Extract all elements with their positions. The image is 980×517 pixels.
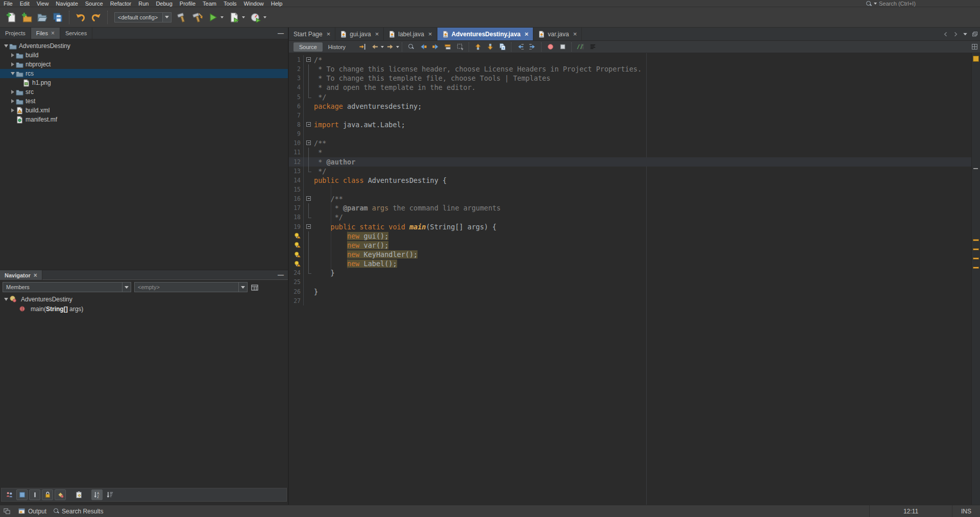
clipboard-diff-icon[interactable] bbox=[73, 489, 84, 500]
warning-bulb-gutter[interactable] bbox=[289, 241, 304, 250]
code-line[interactable]: 2 * To change this license header, choos… bbox=[289, 64, 980, 74]
tab-navigator[interactable]: Navigator × bbox=[0, 270, 42, 280]
editor-tab-var-java[interactable]: var.java× bbox=[533, 28, 582, 40]
debug-dropdown-icon[interactable] bbox=[242, 16, 245, 18]
fold-rail[interactable] bbox=[304, 194, 314, 203]
undo-button[interactable] bbox=[74, 10, 88, 25]
error-stripe[interactable] bbox=[971, 53, 980, 505]
scroll-tabs-left-icon[interactable] bbox=[943, 31, 949, 37]
search-placeholder[interactable]: Search (Ctrl+I) bbox=[879, 1, 976, 7]
menu-tools[interactable]: Tools bbox=[220, 0, 240, 7]
expanded-arrow-icon[interactable] bbox=[4, 298, 8, 301]
last-edit-button[interactable] bbox=[356, 42, 369, 52]
fold-collapse-icon[interactable] bbox=[306, 196, 311, 201]
dock-icon[interactable] bbox=[3, 507, 11, 515]
warning-bulb-gutter[interactable] bbox=[289, 259, 304, 268]
tree-item-rcs[interactable]: rcs bbox=[0, 69, 288, 78]
fold-collapse-icon[interactable] bbox=[306, 122, 311, 127]
line-number[interactable]: 10 bbox=[289, 138, 304, 148]
tree-item-build-xml[interactable]: build.xml bbox=[0, 106, 288, 115]
shift-left-button[interactable] bbox=[514, 42, 526, 52]
uncomment-button[interactable] bbox=[586, 42, 599, 52]
editor-tab-gui-java[interactable]: gui.java× bbox=[335, 28, 384, 40]
menu-navigate[interactable]: Navigate bbox=[52, 0, 81, 7]
code-line[interactable]: 19 public static void main(String[] args… bbox=[289, 222, 980, 231]
menu-edit[interactable]: Edit bbox=[16, 0, 33, 7]
code-line[interactable]: 11 * bbox=[289, 148, 980, 157]
line-number[interactable]: 7 bbox=[289, 111, 304, 120]
code-line[interactable]: 26} bbox=[289, 287, 980, 296]
forward-button[interactable] bbox=[384, 42, 396, 52]
collapsed-arrow-icon[interactable] bbox=[11, 99, 14, 103]
stripe-status-square[interactable] bbox=[973, 56, 979, 62]
line-number[interactable]: 13 bbox=[289, 167, 304, 176]
line-number[interactable]: 15 bbox=[289, 185, 304, 194]
sort-alpha-button[interactable] bbox=[91, 489, 103, 500]
code-line[interactable]: 24 } bbox=[289, 268, 980, 277]
collapsed-arrow-icon[interactable] bbox=[11, 108, 14, 112]
code-line[interactable]: 10/** bbox=[289, 138, 980, 148]
columns-view-button[interactable] bbox=[251, 283, 259, 292]
close-icon[interactable]: × bbox=[573, 30, 577, 38]
config-select[interactable]: <default config> bbox=[114, 12, 172, 22]
sort-source-button[interactable] bbox=[104, 489, 115, 500]
build-button[interactable] bbox=[175, 10, 189, 25]
code-line[interactable]: new gui(); bbox=[289, 231, 980, 241]
previous-bookmark-button[interactable] bbox=[417, 42, 429, 52]
line-number[interactable]: 9 bbox=[289, 129, 304, 138]
comment-button[interactable] bbox=[574, 42, 586, 52]
code-line[interactable]: 9 bbox=[289, 129, 980, 138]
debug-button[interactable] bbox=[227, 10, 241, 25]
start-macro-recording-button[interactable] bbox=[544, 42, 556, 52]
expanded-arrow-icon[interactable] bbox=[4, 44, 8, 48]
forward-dropdown-icon[interactable] bbox=[396, 46, 399, 48]
elements-filter-button[interactable] bbox=[55, 489, 66, 500]
save-all-button[interactable] bbox=[51, 10, 65, 25]
scroll-tabs-right-icon[interactable] bbox=[952, 31, 959, 37]
code-line[interactable]: 13 */ bbox=[289, 167, 980, 176]
close-icon[interactable]: × bbox=[375, 30, 379, 38]
line-number[interactable]: 18 bbox=[289, 213, 304, 222]
open-project-button[interactable] bbox=[35, 10, 50, 25]
warning-bulb-gutter[interactable] bbox=[289, 250, 304, 259]
code-line[interactable]: 12 * @author bbox=[289, 157, 980, 167]
line-number[interactable]: 1 bbox=[289, 55, 304, 64]
close-icon[interactable]: × bbox=[428, 30, 432, 38]
redo-button[interactable] bbox=[89, 10, 103, 25]
code-line[interactable]: 4 * and open the template in the editor. bbox=[289, 83, 980, 92]
code-line[interactable]: 25 bbox=[289, 277, 980, 287]
code-line[interactable]: new Label(); bbox=[289, 259, 980, 268]
fields-filter-button[interactable] bbox=[16, 489, 28, 500]
code-line[interactable]: 6package adventuresdestiny; bbox=[289, 102, 980, 111]
clean-build-button[interactable] bbox=[190, 10, 205, 25]
code-line[interactable]: new var(); bbox=[289, 241, 980, 250]
run-button[interactable] bbox=[206, 10, 220, 25]
run-dropdown-icon[interactable] bbox=[220, 16, 224, 18]
inherited-members-icon[interactable] bbox=[4, 489, 15, 500]
shift-right-button[interactable] bbox=[526, 42, 538, 52]
back-button[interactable] bbox=[369, 42, 381, 52]
fold-rail[interactable] bbox=[304, 55, 314, 64]
line-number[interactable]: 2 bbox=[289, 64, 304, 74]
scope-select-arrow[interactable] bbox=[238, 283, 247, 292]
collapsed-arrow-icon[interactable] bbox=[11, 53, 14, 57]
collapsed-arrow-icon[interactable] bbox=[11, 90, 14, 94]
stripe-warning-mark[interactable] bbox=[973, 248, 979, 250]
menu-refactor[interactable]: Refactor bbox=[107, 0, 135, 7]
expanded-arrow-icon[interactable] bbox=[11, 72, 15, 75]
code-line[interactable]: 15 bbox=[289, 185, 980, 194]
find-selection-button[interactable] bbox=[405, 42, 417, 52]
line-number[interactable]: 25 bbox=[289, 277, 304, 287]
tree-item-src[interactable]: src bbox=[0, 87, 288, 97]
stripe-caret-mark[interactable] bbox=[973, 168, 978, 169]
line-number[interactable]: 17 bbox=[289, 203, 304, 213]
fold-collapse-icon[interactable] bbox=[306, 140, 311, 145]
tree-item-h1-png[interactable]: h1.png bbox=[0, 78, 288, 87]
fold-collapse-icon[interactable] bbox=[306, 57, 311, 62]
code-editor[interactable]: 1/*2 * To change this license header, ch… bbox=[289, 53, 980, 505]
stripe-warning-mark[interactable] bbox=[973, 239, 979, 241]
fold-rail[interactable] bbox=[304, 222, 314, 231]
maximize-window-icon[interactable] bbox=[972, 31, 978, 37]
rectangular-selection-button[interactable] bbox=[454, 42, 466, 52]
line-number[interactable]: 27 bbox=[289, 296, 304, 306]
